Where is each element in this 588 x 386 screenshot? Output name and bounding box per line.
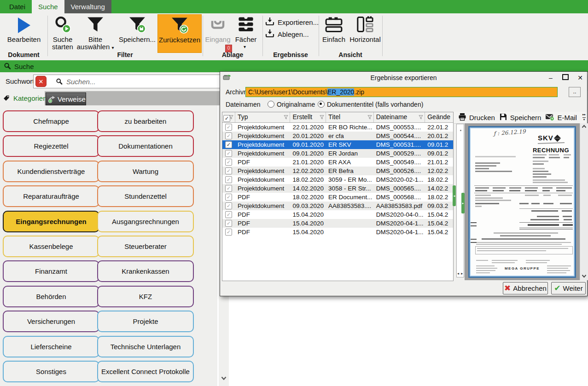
tab-verweise[interactable]: Verweise <box>46 92 86 105</box>
category-zu-bearbeiten[interactable]: zu bearbeiten <box>97 110 194 132</box>
close-button[interactable]: ✕ <box>575 74 585 81</box>
category-stundenzettel[interactable]: Stundenzettel <box>97 185 194 207</box>
category-technische-unterlagen[interactable]: Technische Unterlagen <box>97 336 194 357</box>
splitter-handle-right[interactable]: ▸ <box>461 193 465 213</box>
horizontal-view-button[interactable]: Horizontal <box>349 15 381 43</box>
horizontal-label: Horizontal <box>349 36 381 43</box>
category-krankenkassen[interactable]: Krankenkassen <box>97 260 194 282</box>
radio-originalname[interactable]: Originalname <box>268 101 315 108</box>
faecher-button[interactable]: Fächer <box>233 15 259 43</box>
archive-path-input[interactable]: C:\Users\user1\Documents\ER_2020.zip <box>245 87 558 97</box>
thumbnail-dot <box>460 130 461 131</box>
einfach-view-button[interactable]: Einfach <box>320 15 348 43</box>
category-kassenbelege[interactable]: Kassenbelege <box>3 236 99 257</box>
header-select-all[interactable]: ✓ <box>222 112 235 122</box>
header-erstellt[interactable]: Erstellt <box>290 112 326 122</box>
tab-kategorien[interactable]: Kategorien <box>0 91 45 105</box>
category-versicherungen[interactable]: Versicherungen <box>3 311 99 332</box>
dialog-titlebar[interactable]: Ergebnisse exportieren – ✕ <box>220 72 587 84</box>
email-button[interactable]: E-Mail <box>545 113 577 122</box>
thumbnail-scrollbar[interactable]: ◂ ▸ <box>457 271 463 276</box>
search-panel-header: Suche <box>0 60 588 72</box>
category-wartung[interactable]: Wartung <box>97 161 194 182</box>
category-chefmappe[interactable]: Chefmappe <box>3 110 99 132</box>
category-excellent-connect-protokolle[interactable]: Excellent Connect Protokolle <box>97 361 194 382</box>
table-row[interactable]: ✓Projektdokument14.02.20203058 - ER Str.… <box>222 184 453 193</box>
save-button[interactable]: Speichern <box>499 113 541 122</box>
table-row[interactable]: ✓PDF15.04.2020DMS2020-04-0...15.04.2 <box>222 210 453 219</box>
preview-scrollbar[interactable] <box>580 123 588 280</box>
table-row[interactable]: ✓PDF21.01.2020ER AXADMS_000549....21.01.… <box>222 158 453 167</box>
row-checkbox[interactable]: ✓ <box>222 175 235 184</box>
chevron-down-icon[interactable] <box>221 374 227 382</box>
bitte-auswaehlen-button[interactable]: Bitte auswählen ▾ <box>76 15 114 52</box>
header-geaendert[interactable]: Geände <box>425 112 453 122</box>
row-checkbox[interactable]: ✓ <box>222 167 235 175</box>
table-row[interactable]: ✓PDF15.04.2020DMS2020-04-1...15.04.2 <box>222 219 453 228</box>
category-kundendienstverträge[interactable]: Kundendienstverträge <box>3 161 99 182</box>
scroll-down-icon[interactable] <box>582 274 587 279</box>
document-text-line <box>542 187 553 189</box>
cancel-button[interactable]: ✖ Abbrechen <box>503 282 548 294</box>
row-checkbox[interactable]: ✓ <box>222 158 235 167</box>
header-dateiname[interactable]: Dateiname <box>374 112 425 122</box>
exportieren-button[interactable]: Exportieren... <box>265 17 319 28</box>
eingang-button[interactable]: Eingang <box>204 15 231 43</box>
row-checkbox[interactable]: ✓ <box>222 193 235 202</box>
browse-button[interactable]: .. <box>569 87 581 97</box>
funnel-reset-icon <box>170 16 189 36</box>
table-row[interactable]: ✓PDF18.02.2020ER Document...DMS_000568..… <box>222 193 453 202</box>
category-behörden[interactable]: Behörden <box>3 286 99 307</box>
table-row[interactable]: ✓Projektdokument22.01.2020ER BO Richte..… <box>222 123 453 132</box>
table-row[interactable]: ✓Projektdokument12.02.2020ER BefraDMS_00… <box>222 167 453 175</box>
category-projekte[interactable]: Projekte <box>97 311 194 332</box>
next-button[interactable]: ✔ Weiter <box>551 282 586 294</box>
category-eingangsrechnungen[interactable]: Eingangsrechnungen <box>3 211 99 232</box>
radio-dokumententitel[interactable]: Dokumententitel (falls vorhanden) <box>318 101 423 108</box>
row-checkbox[interactable]: ✓ <box>222 123 235 132</box>
suche-starten-button[interactable]: Suche starten <box>49 15 76 51</box>
zuruecksetzen-button[interactable]: Zurücksetzen <box>157 14 202 53</box>
minimize-button[interactable]: – <box>546 74 556 81</box>
category-sonstiges[interactable]: Sonstiges <box>3 361 99 382</box>
tab-suche[interactable]: Suche <box>32 0 64 13</box>
row-checkbox[interactable]: ✓ <box>222 149 235 158</box>
header-typ[interactable]: Typ <box>235 112 291 122</box>
category-lieferscheine[interactable]: Lieferscheine <box>3 336 99 357</box>
table-row[interactable]: ✓PDF15.04.2020DMS2020-04-1...15.04.2 <box>222 228 453 236</box>
row-checkbox[interactable]: ✓ <box>222 210 235 219</box>
category-ausgangsrechnungen[interactable]: Ausgangsrechnungen <box>97 211 194 232</box>
table-row[interactable]: ✓Projektdokument09.03.2020AA83853583....… <box>222 202 453 210</box>
ablegen-button[interactable]: Ablegen... <box>265 29 309 40</box>
row-checkbox[interactable]: ✓ <box>222 202 235 210</box>
splitter-handle-left[interactable]: ◂ <box>453 185 456 206</box>
filter-speichern-button[interactable]: Speichern... <box>116 15 158 43</box>
category-reparaturaufträge[interactable]: Reparaturaufträge <box>3 185 99 207</box>
row-checkbox[interactable]: ✓ <box>222 219 235 228</box>
row-checkbox[interactable]: ✓ <box>222 140 235 149</box>
table-row[interactable]: ✓Projektdokument09.01.2020ER JordanDMS_0… <box>222 149 453 158</box>
category-steuerberater[interactable]: Steuerberater <box>97 236 194 257</box>
toolbar-overflow-button[interactable]: ▸▸▾ <box>582 113 586 121</box>
tab-verwaltung[interactable]: Verwaltung <box>64 0 111 13</box>
print-button[interactable]: Drucken <box>458 113 495 122</box>
row-checkbox[interactable]: ✓ <box>222 132 235 140</box>
category-regiezettel[interactable]: Regiezettel <box>3 135 99 157</box>
table-row[interactable]: ✓Projektdokument09.01.2020ER SKVDMS_0005… <box>222 140 453 149</box>
header-titel[interactable]: Titel <box>326 112 374 122</box>
row-checkbox[interactable]: ✓ <box>222 184 235 193</box>
category-kfz[interactable]: KFZ <box>97 286 194 307</box>
bearbeiten-button[interactable]: Bearbeiten <box>4 15 44 43</box>
category-dokumentationen[interactable]: Dokumentationen <box>97 135 194 157</box>
tab-datei[interactable]: Datei <box>3 0 32 13</box>
table-row[interactable]: ✓Projektdokument20.01.2020er cfaDMS_0005… <box>222 132 453 140</box>
maximize-button[interactable] <box>560 74 571 81</box>
table-row[interactable]: ✓Projektdokument18.02.20203059 - ER Mo..… <box>222 175 453 184</box>
preview-page[interactable]: ƒ : 26.12.19 SKV RECHNUNG MEGA GRUPPE <box>468 126 576 278</box>
scroll-up-icon[interactable] <box>582 125 587 129</box>
clear-search-button[interactable]: ✕ <box>35 76 47 87</box>
archive-path-prefix: C:\Users\user1\Documents\ <box>248 88 327 96</box>
dropdown-caret-icon: ▾ <box>111 45 114 50</box>
row-checkbox[interactable]: ✓ <box>222 228 235 236</box>
category-finanzamt[interactable]: Finanzamt <box>3 260 99 282</box>
